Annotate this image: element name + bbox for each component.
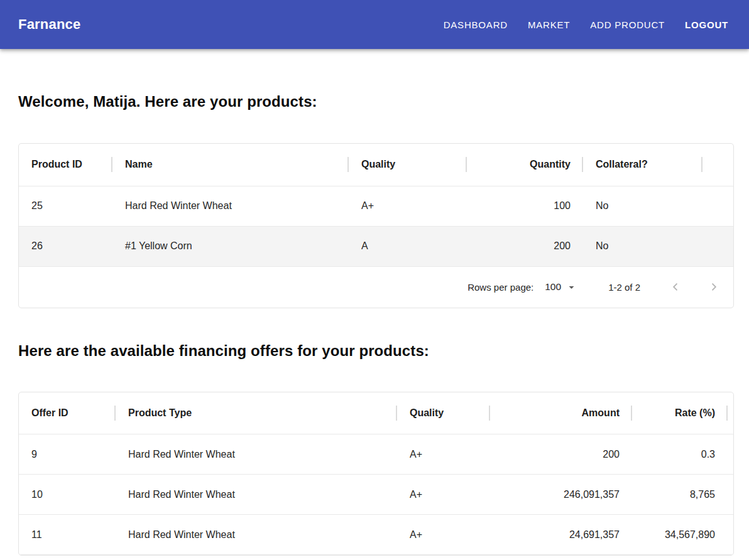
cell-offer-id: 9 (19, 434, 116, 475)
col-header-offer-id: Offer ID (19, 392, 116, 434)
col-header-collateral: Collateral? (583, 144, 703, 186)
cell-quality: A+ (397, 434, 490, 475)
dropdown-arrow-icon (566, 281, 577, 293)
chevron-left-icon (669, 280, 682, 294)
page-content: Welcome, Matija. Here are your products:… (18, 93, 734, 556)
brand-logo[interactable]: Farnance (18, 16, 80, 33)
nav-logout[interactable]: LOGOUT (685, 19, 728, 30)
cell-rate: 34,567,890 (632, 515, 728, 555)
cell-collateral: No (583, 226, 703, 266)
cell-product-type: Hard Red Winter Wheat (116, 515, 397, 555)
products-table-card: Product ID Name Quality Quantity Collate… (18, 143, 734, 308)
offers-table-card: Offer ID Product Type Quality Amount Rat… (18, 392, 734, 556)
cell-offer-id: 11 (19, 515, 116, 555)
cell-quantity: 200 (467, 226, 583, 266)
products-header-row: Product ID Name Quality Quantity Collate… (19, 144, 734, 186)
products-heading: Welcome, Matija. Here are your products: (18, 93, 734, 110)
table-row: 10 Hard Red Winter Wheat A+ 246,091,357 … (19, 475, 734, 515)
col-header-rate: Rate (%) (632, 392, 728, 434)
col-header-product-type: Product Type (116, 392, 397, 434)
col-header-quality: Quality (349, 144, 467, 186)
products-table: Product ID Name Quality Quantity Collate… (19, 144, 734, 308)
cell-product-id: 25 (19, 186, 112, 226)
cell-rate: 0.3 (632, 434, 728, 475)
cell-quality: A+ (349, 186, 467, 226)
cell-product-type: Hard Red Winter Wheat (116, 434, 397, 475)
cell-amount: 24,691,357 (490, 515, 632, 555)
cell-product-id: 26 (19, 226, 112, 266)
next-page-button[interactable] (706, 279, 721, 294)
col-header-quality: Quality (397, 392, 490, 434)
nav-market[interactable]: MARKET (528, 19, 570, 30)
cell-amount: 200 (490, 434, 632, 475)
rows-per-page-value: 100 (545, 281, 561, 293)
rows-per-page-label: Rows per page: (467, 282, 533, 293)
col-header-name: Name (112, 144, 349, 186)
cell-name: #1 Yellow Corn (112, 226, 349, 266)
pagination: Rows per page: 100 1-2 of 2 (19, 267, 734, 308)
col-header-amount: Amount (490, 392, 632, 434)
rows-per-page-select[interactable]: 100 (545, 281, 577, 293)
table-row: 9 Hard Red Winter Wheat A+ 200 0.3 (19, 434, 734, 475)
offers-header-row: Offer ID Product Type Quality Amount Rat… (19, 392, 734, 434)
nav-dashboard[interactable]: DASHBOARD (444, 19, 508, 30)
cell-quality: A+ (397, 515, 490, 555)
spacer-column-header (703, 144, 734, 186)
cell-quality: A (349, 226, 467, 266)
pagination-row: Rows per page: 100 1-2 of 2 (19, 266, 734, 308)
col-header-product-id: Product ID (19, 144, 112, 186)
cell-product-type: Hard Red Winter Wheat (116, 475, 397, 515)
chevron-right-icon (707, 280, 721, 294)
cell-rate: 8,765 (632, 475, 728, 515)
spacer-column-header (728, 392, 734, 434)
offers-heading: Here are the available financing offers … (18, 342, 734, 360)
table-row: 25 Hard Red Winter Wheat A+ 100 No (19, 186, 734, 226)
page-range: 1-2 of 2 (608, 282, 640, 293)
nav-add-product[interactable]: ADD PRODUCT (590, 19, 665, 30)
cell-amount: 246,091,357 (490, 475, 632, 515)
table-row: 11 Hard Red Winter Wheat A+ 24,691,357 3… (19, 515, 734, 555)
cell-quantity: 100 (467, 186, 583, 226)
offers-table: Offer ID Product Type Quality Amount Rat… (19, 392, 734, 556)
cell-collateral: No (583, 186, 703, 226)
cell-quality: A+ (397, 475, 490, 515)
previous-page-button[interactable] (668, 279, 683, 294)
main-nav: DASHBOARD MARKET ADD PRODUCT LOGOUT (444, 19, 728, 30)
cell-offer-id: 10 (19, 475, 116, 515)
cell-name: Hard Red Winter Wheat (112, 186, 349, 226)
col-header-quantity: Quantity (467, 144, 583, 186)
app-bar: Farnance DASHBOARD MARKET ADD PRODUCT LO… (0, 0, 749, 49)
table-row: 26 #1 Yellow Corn A 200 No (19, 226, 734, 266)
